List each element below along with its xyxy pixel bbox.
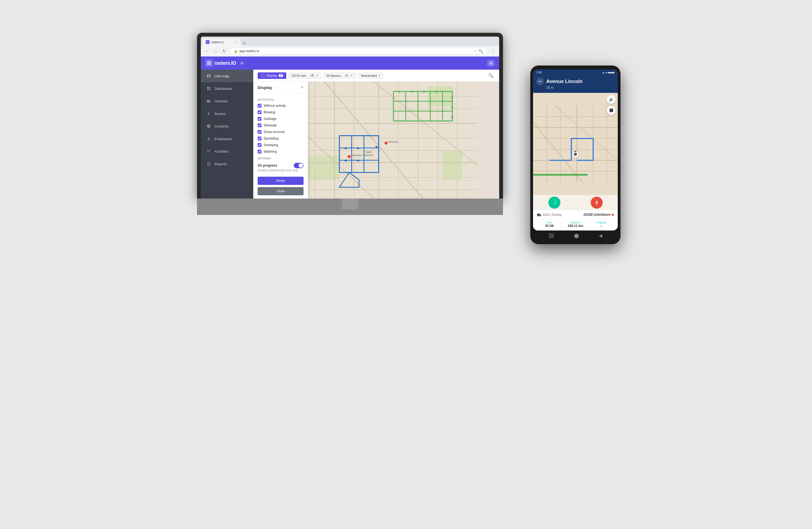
phone-back-nav-btn[interactable]: ◀ (599, 233, 602, 238)
sidebar-item-employees[interactable]: Employees (201, 132, 253, 145)
monitor-stand (197, 199, 503, 215)
activity-sweeping[interactable]: Sweeping (253, 142, 308, 148)
logo-text: rasters.IO (215, 60, 236, 66)
activity-spreading[interactable]: Spreading (253, 135, 308, 142)
checkbox-sidewalk[interactable] (258, 123, 261, 127)
on-progress-toggle[interactable] (294, 163, 304, 168)
phone-time-label: Time (537, 221, 562, 224)
map-area[interactable]: 22231-Gat... 22230-Dot.in Saint- Sauveur (253, 82, 499, 199)
phone-vehicle-info: 1412 | Driving (537, 213, 562, 217)
sidebar-item-reports[interactable]: Reports (201, 158, 253, 170)
forward-btn[interactable]: → (212, 48, 219, 54)
svg-rect-6 (207, 89, 208, 90)
activity-sidewalk[interactable]: Sidewalk (253, 122, 308, 129)
label-blowing: Blowing (264, 110, 275, 114)
panel-close-btn[interactable]: × (301, 85, 304, 90)
browser-chrome: r rasters.io × + ← → ↻ 🔒 app.rasters.io … (201, 36, 499, 199)
checkbox-blowing[interactable] (258, 110, 261, 114)
main-content: Display 9 13710-Joh... +8 ▼ St-Sauveu... (253, 70, 499, 199)
phone-fab-green[interactable]: ☽ (548, 197, 560, 209)
monitor: r rasters.io × + ← → ↻ 🔒 app.rasters.io … (197, 33, 503, 215)
phone-bottom-panel: 1412 | Driving 23100-JohnDeere Time 01:5… (533, 210, 618, 231)
close-button[interactable]: Close (258, 187, 304, 195)
browser-menu-btn[interactable]: ⋮ (489, 48, 496, 54)
app-header: rasters.IO ≡ ⊞ (201, 57, 499, 70)
filter3-arrow: ▼ (378, 74, 380, 77)
sidebar-item-incidents[interactable]: Incidents › (201, 120, 253, 132)
phone-nav-btn[interactable]: ⬛ (607, 106, 615, 115)
incidents-arrow: › (247, 125, 248, 128)
panel-content: ACTIVITIES Without activity Blowing (253, 93, 308, 173)
routes-icon (206, 111, 211, 116)
browser-tab-active[interactable]: r rasters.io × (202, 38, 241, 46)
star-icon: ☆ 🔍 (474, 49, 483, 53)
filter-chip-deactivated[interactable]: Deactivated ▼ (358, 73, 383, 79)
phone-back-btn[interactable]: ↩ (536, 77, 544, 85)
checkbox-garbage[interactable] (258, 117, 261, 121)
svg-rect-0 (207, 61, 209, 63)
phone-map[interactable]: 🔊 ⬛ (533, 93, 618, 195)
sidebar-item-live-map[interactable]: Live map (201, 70, 253, 82)
svg-text:22231-Gat...: 22231-Gat... (388, 141, 399, 143)
display-panel: Display × ACTIVITIES Without activity (253, 82, 308, 199)
phone-signal-icons: ▲ ● ■■■■ (602, 71, 614, 74)
display-button[interactable]: Display 9 (258, 72, 286, 79)
person-icon (206, 136, 211, 141)
refresh-btn[interactable]: ↻ (221, 48, 228, 54)
vehicles-arrow: › (247, 100, 248, 103)
hamburger-btn[interactable]: ≡ (241, 60, 244, 66)
phone-vehicle-id: 1412 | Driving (543, 213, 562, 216)
sidebar: Live map Dashboard (201, 70, 253, 199)
svg-rect-14 (443, 150, 462, 180)
new-tab-btn[interactable]: + (241, 41, 248, 46)
filter-chip-2[interactable]: St-Sauveu... +1 ▼ (323, 73, 356, 79)
activity-snow-removal[interactable]: Snow removal (253, 129, 308, 135)
phone-status-bar: 1:49 ▲ ● ■■■■ (533, 69, 618, 75)
panel-footer: Reset Close (253, 173, 308, 199)
phone-vehicle-name: 23100-JohnDeere (584, 213, 611, 217)
phone-home-btn[interactable]: ⬛ (549, 233, 554, 238)
svg-rect-3 (209, 63, 211, 65)
phone-progress-value: – (589, 224, 614, 228)
sidebar-item-vehicles[interactable]: Vehicles › (201, 95, 253, 107)
activity-without[interactable]: Without activity (253, 102, 308, 109)
label-sweeping: Sweeping (264, 143, 278, 147)
browser-tabs: r rasters.io × + (201, 36, 499, 46)
filter1-label: 13710-Joh... (291, 74, 308, 77)
back-btn[interactable]: ← (204, 48, 210, 54)
tab-label: rasters.io (211, 41, 223, 44)
phone-circle-btn[interactable]: ⬤ (574, 233, 579, 238)
checkbox-spreading[interactable] (258, 136, 261, 141)
svg-rect-85 (533, 174, 588, 176)
filter-chip-1[interactable]: 13710-Joh... +8 ▼ (289, 73, 321, 79)
reset-button[interactable]: Reset (258, 177, 304, 185)
checkbox-watering[interactable] (258, 150, 261, 153)
browser-toolbar: ← → ↻ 🔒 app.rasters.io ☆ 🔍 ⋮ (201, 46, 499, 57)
activity-garbage[interactable]: Garbage (253, 116, 308, 122)
checkbox-sweeping[interactable] (258, 143, 261, 147)
checkbox-snow-removal[interactable] (258, 130, 261, 134)
activity-blowing[interactable]: Blowing (253, 109, 308, 116)
tab-close-btn[interactable]: × (235, 40, 237, 44)
sidebar-item-dashboard[interactable]: Dashboard (201, 82, 253, 95)
sidebar-item-routes[interactable]: Routes › (201, 107, 253, 120)
phone-stat-time: Time 01:58 (537, 221, 562, 228)
checkbox-without-activity[interactable] (258, 104, 261, 107)
sidebar-label-dashboard: Dashboard (215, 87, 248, 91)
sidebar-item-activities[interactable]: Activities (201, 145, 253, 158)
phone-vehicle-name-row: 23100-JohnDeere (584, 213, 614, 217)
header-layers-btn[interactable]: ⊞ (487, 60, 495, 67)
phone-sound-btn[interactable]: 🔊 (607, 95, 615, 104)
svg-rect-7 (209, 89, 211, 90)
svg-rect-1 (209, 61, 211, 63)
sidebar-label-reports: Reports (215, 162, 248, 166)
activity-watering[interactable]: Watering (253, 148, 308, 155)
phone-fab-red[interactable]: ⏸ (591, 197, 603, 209)
sidebar-label-employees: Employees (215, 137, 248, 141)
search-btn[interactable]: 🔍 (487, 72, 495, 79)
phone-nav-header: ↩ Avenue Lincoln 25 m (533, 75, 618, 93)
filter1-arrow: ▼ (316, 74, 318, 77)
phone-bezel: 1:49 ▲ ● ■■■■ ↩ Avenue Lincoln 25 m (530, 65, 621, 244)
display-badge: 9 (279, 74, 283, 77)
address-bar[interactable]: 🔒 app.rasters.io ☆ 🔍 (230, 47, 487, 55)
